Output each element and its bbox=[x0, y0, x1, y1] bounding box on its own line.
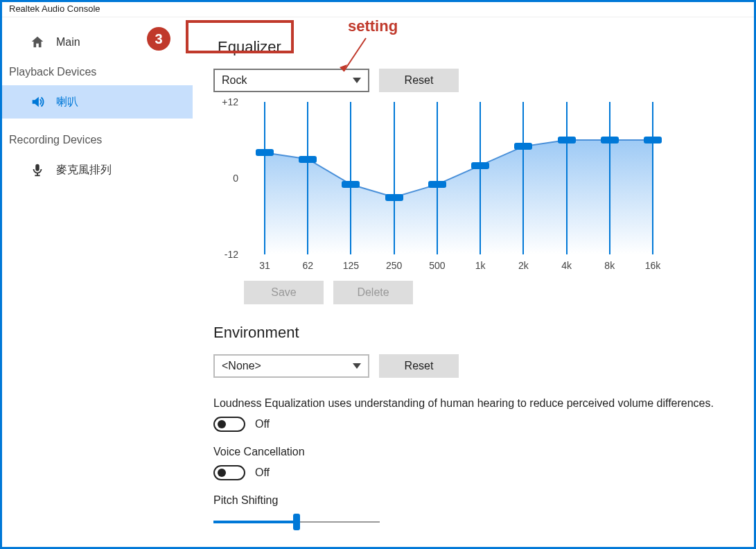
sidebar-item-mic[interactable]: 麥克風排列 bbox=[2, 153, 193, 186]
svg-line-3 bbox=[344, 38, 366, 71]
eq-ytick: +12 bbox=[222, 96, 238, 107]
loudness-description: Loudness Equalization uses understanding… bbox=[213, 397, 740, 410]
eq-slider-thumb[interactable] bbox=[601, 137, 619, 143]
pitch-title: Pitch Shifting bbox=[213, 494, 740, 507]
voice-cancel-title: Voice Cancellation bbox=[213, 446, 740, 458]
svg-rect-0 bbox=[35, 164, 39, 171]
title-bar: Realtek Audio Console bbox=[2, 2, 754, 17]
eq-ytick: -12 bbox=[225, 249, 238, 260]
eq-sliders bbox=[244, 102, 674, 254]
sidebar-header-playback: Playback Devices bbox=[2, 59, 193, 85]
eq-slider[interactable] bbox=[307, 102, 308, 254]
annotation-arrow-icon bbox=[338, 37, 373, 80]
eq-slider[interactable] bbox=[394, 102, 395, 254]
eq-xtick: 16k bbox=[645, 260, 661, 271]
content-pane: Equalizer Rock Reset +120-12 31621252505… bbox=[193, 17, 754, 547]
eq-xtick: 125 bbox=[343, 260, 359, 271]
voice-cancel-toggle[interactable] bbox=[213, 465, 245, 480]
microphone-icon bbox=[30, 162, 45, 177]
eq-slider-thumb[interactable] bbox=[385, 194, 403, 201]
eq-xtick: 62 bbox=[302, 260, 313, 271]
home-icon bbox=[30, 35, 45, 50]
eq-slider-thumb[interactable] bbox=[256, 149, 274, 156]
environment-title: Environment bbox=[213, 324, 740, 342]
annotation-label: setting bbox=[348, 17, 398, 35]
voice-cancel-state: Off bbox=[255, 467, 270, 479]
eq-slider[interactable] bbox=[566, 102, 568, 254]
environment-select[interactable]: <None> bbox=[213, 354, 369, 378]
equalizer-chart: +120-12 bbox=[213, 102, 740, 254]
eq-slider[interactable] bbox=[652, 102, 653, 254]
eq-slider[interactable] bbox=[609, 102, 610, 254]
eq-slider[interactable] bbox=[264, 102, 265, 254]
annotation-box bbox=[186, 20, 294, 53]
eq-slider-thumb[interactable] bbox=[342, 181, 360, 188]
eq-slider[interactable] bbox=[480, 102, 481, 254]
pitch-thumb[interactable] bbox=[293, 514, 300, 530]
environment-reset-button[interactable]: Reset bbox=[379, 354, 459, 378]
environment-value: <None> bbox=[222, 360, 261, 372]
eq-slider[interactable] bbox=[522, 102, 524, 254]
sidebar-header-recording: Recording Devices bbox=[2, 127, 193, 153]
chevron-down-icon bbox=[353, 363, 361, 369]
eq-xtick: 250 bbox=[386, 260, 402, 271]
equalizer-reset-button[interactable]: Reset bbox=[379, 69, 459, 92]
sidebar-item-label: 喇叭 bbox=[56, 95, 78, 110]
loudness-state: Off bbox=[255, 418, 270, 430]
eq-ytick: 0 bbox=[233, 173, 238, 184]
eq-xtick: 4k bbox=[561, 260, 572, 271]
eq-slider-thumb[interactable] bbox=[471, 162, 489, 169]
eq-x-axis: 31621252505001k2k4k8k16k bbox=[244, 260, 674, 274]
eq-slider-thumb[interactable] bbox=[514, 143, 532, 150]
sidebar-item-label: 麥克風排列 bbox=[56, 163, 112, 177]
eq-xtick: 8k bbox=[604, 260, 615, 271]
eq-xtick: 2k bbox=[518, 260, 529, 271]
speaker-icon bbox=[30, 94, 45, 110]
eq-xtick: 500 bbox=[429, 260, 445, 271]
eq-slider-thumb[interactable] bbox=[299, 156, 317, 163]
pitch-slider[interactable] bbox=[213, 514, 380, 530]
eq-slider-thumb[interactable] bbox=[428, 181, 446, 188]
eq-save-button[interactable]: Save bbox=[244, 281, 324, 304]
sidebar-item-speakers[interactable]: 喇叭 bbox=[2, 85, 193, 119]
annotation-badge: 3 bbox=[147, 27, 170, 51]
eq-xtick: 31 bbox=[259, 260, 270, 271]
eq-y-axis: +120-12 bbox=[213, 102, 238, 254]
eq-slider[interactable] bbox=[350, 102, 351, 254]
loudness-toggle[interactable] bbox=[213, 417, 245, 432]
equalizer-preset-value: Rock bbox=[222, 74, 247, 87]
eq-slider[interactable] bbox=[437, 102, 438, 254]
sidebar: Main Playback Devices 喇叭 Recording Devic… bbox=[2, 17, 193, 547]
eq-xtick: 1k bbox=[475, 260, 486, 271]
window-title: Realtek Audio Console bbox=[9, 3, 100, 14]
window-frame: Realtek Audio Console Main Playback Devi… bbox=[0, 0, 756, 549]
pitch-fill bbox=[213, 521, 297, 523]
sidebar-item-label: Main bbox=[56, 36, 80, 49]
eq-slider-thumb[interactable] bbox=[644, 137, 662, 143]
eq-delete-button[interactable]: Delete bbox=[333, 281, 413, 304]
layout: Main Playback Devices 喇叭 Recording Devic… bbox=[2, 17, 754, 547]
eq-slider-thumb[interactable] bbox=[558, 137, 576, 143]
